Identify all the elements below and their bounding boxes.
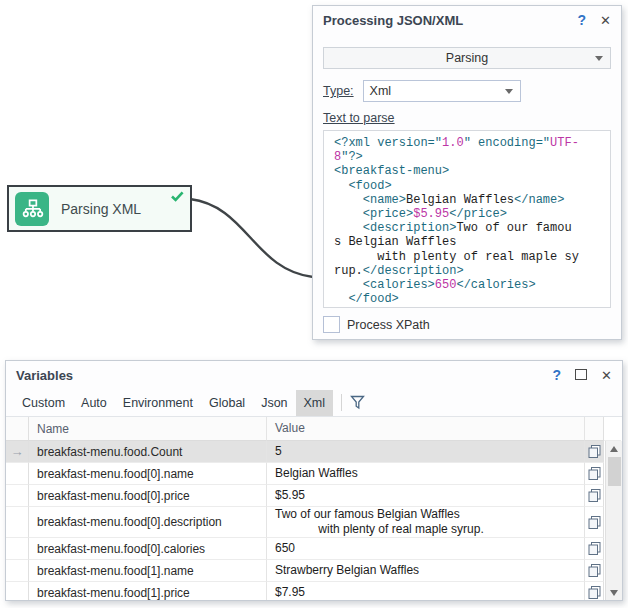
processing-panel-titlebar: Processing JSON/XML ? ✕ <box>313 6 621 34</box>
copy-icon[interactable] <box>585 507 604 538</box>
text-to-parse-input[interactable]: <?xml version="1.0" encoding="UTF-8"?><b… <box>323 130 611 308</box>
xml-code-line: <food> <box>334 179 610 193</box>
workflow-designer: Parsing XML Processing JSON/XML ? ✕ Pars… <box>0 0 628 608</box>
table-row[interactable]: breakfast-menu.food[0].calories650 <box>6 538 622 560</box>
row-pointer <box>6 507 29 538</box>
variables-grid: Name Value →breakfast-menu.food.Count5br… <box>6 417 622 600</box>
header-scroll-spacer <box>604 417 621 441</box>
variable-value[interactable]: Strawberry Belgian Waffles <box>267 560 585 582</box>
row-pointer <box>6 560 29 582</box>
xml-code-line: <breakfast-menu> <box>334 164 610 178</box>
tab-separator <box>341 394 342 411</box>
header-copy-column <box>585 417 604 441</box>
variable-name[interactable]: breakfast-menu.food[0].name <box>29 463 267 485</box>
table-row[interactable]: breakfast-menu.food[1].nameStrawberry Be… <box>6 560 622 582</box>
header-gutter <box>6 417 29 441</box>
variable-name[interactable]: breakfast-menu.food[0].calories <box>29 538 267 560</box>
xml-code-line: <description>Two of our famou <box>334 221 610 235</box>
table-row[interactable]: →breakfast-menu.food.Count5 <box>6 441 622 463</box>
scrollbar-thumb[interactable] <box>608 457 621 486</box>
xml-code-line: <name>Belgian Waffles</name> <box>334 193 610 207</box>
variable-name[interactable]: breakfast-menu.food[1].name <box>29 560 267 582</box>
row-pointer: → <box>6 441 29 463</box>
xml-code-line: rup.</description> <box>334 264 610 278</box>
type-row: Type: Xml <box>323 80 611 102</box>
grid-rows: →breakfast-menu.food.Count5breakfast-men… <box>6 441 622 600</box>
table-row[interactable]: breakfast-menu.food[0].price$5.95 <box>6 485 622 507</box>
copy-icon[interactable] <box>585 485 604 507</box>
type-value: Xml <box>370 84 392 98</box>
copy-icon[interactable] <box>585 463 604 485</box>
tab-auto[interactable]: Auto <box>73 390 115 416</box>
xml-code-line: s Belgian Waffles <box>334 235 610 249</box>
processing-json-xml-panel: Processing JSON/XML ? ✕ Parsing Type: Xm… <box>312 5 622 340</box>
row-pointer <box>6 582 29 600</box>
variable-name[interactable]: breakfast-menu.food[1].price <box>29 582 267 600</box>
row-pointer <box>6 463 29 485</box>
flow-node-parsing-xml[interactable]: Parsing XML <box>7 185 192 232</box>
variable-value[interactable]: Belgian Waffles <box>267 463 585 485</box>
processing-panel-title: Processing JSON/XML <box>323 13 564 28</box>
variable-value[interactable]: 650 <box>267 538 585 560</box>
tab-environment[interactable]: Environment <box>115 390 201 416</box>
variables-panel: Variables ? ✕ CustomAutoEnvironmentGloba… <box>5 360 623 601</box>
xml-code-line: <calories>650</calories> <box>334 278 610 292</box>
grid-header-row: Name Value <box>6 417 622 441</box>
variables-panel-titlebar: Variables ? ✕ <box>6 361 622 389</box>
text-to-parse-label: Text to parse <box>323 111 395 125</box>
variable-value[interactable]: $5.95 <box>267 485 585 507</box>
maximize-icon[interactable] <box>575 369 587 380</box>
tab-custom[interactable]: Custom <box>14 390 73 416</box>
node-label: Parsing XML <box>61 201 141 217</box>
copy-icon[interactable] <box>585 538 604 560</box>
column-header-value[interactable]: Value <box>267 417 585 441</box>
process-xpath-checkbox[interactable] <box>323 316 340 333</box>
copy-icon[interactable] <box>585 560 604 582</box>
variables-tabs: CustomAutoEnvironmentGlobalJsonXml <box>14 389 333 416</box>
tab-xml[interactable]: Xml <box>296 390 334 416</box>
variable-value[interactable]: Two of our famous Belgian Waffles with p… <box>267 507 585 538</box>
chevron-down-icon <box>595 56 603 61</box>
help-button[interactable]: ? <box>553 368 562 382</box>
xml-code-line: 8"?> <box>334 150 610 164</box>
xml-code-line: </food> <box>334 292 610 306</box>
variable-value[interactable]: 5 <box>267 441 585 463</box>
variable-name[interactable]: breakfast-menu.food[0].price <box>29 485 267 507</box>
help-button[interactable]: ? <box>578 13 587 27</box>
xml-code-line: with plenty of real maple sy <box>334 250 610 264</box>
close-button[interactable]: ✕ <box>601 369 612 382</box>
copy-icon[interactable] <box>585 441 604 463</box>
table-row[interactable]: breakfast-menu.food[1].price$7.95 <box>6 582 622 600</box>
type-dropdown[interactable]: Xml <box>363 80 521 102</box>
variable-value[interactable]: $7.95 <box>267 582 585 600</box>
xml-code-line: <?xml version="1.0" encoding="UTF- <box>334 136 610 150</box>
chevron-down-icon <box>505 89 513 94</box>
process-xpath-row: Process XPath <box>323 316 611 333</box>
action-selector-dropdown[interactable]: Parsing <box>323 47 611 69</box>
tab-global[interactable]: Global <box>201 390 253 416</box>
variable-name[interactable]: breakfast-menu.food.Count <box>29 441 267 463</box>
table-row[interactable]: breakfast-menu.food[0].descriptionTwo of… <box>6 507 622 538</box>
column-header-name[interactable]: Name <box>29 417 267 441</box>
xml-code-line: <price>$5.95</price> <box>334 207 610 221</box>
type-label: Type: <box>323 84 354 98</box>
process-xpath-label: Process XPath <box>347 318 430 332</box>
success-check-icon <box>171 191 184 202</box>
vertical-scrollbar[interactable] <box>605 441 622 600</box>
sitemap-icon <box>15 192 49 226</box>
action-selector-value: Parsing <box>324 51 610 65</box>
close-button[interactable]: ✕ <box>600 14 611 27</box>
table-row[interactable]: breakfast-menu.food[0].nameBelgian Waffl… <box>6 463 622 485</box>
copy-icon[interactable] <box>585 582 604 600</box>
variables-tabbar: CustomAutoEnvironmentGlobalJsonXml <box>6 389 622 417</box>
tab-json[interactable]: Json <box>253 390 295 416</box>
row-pointer <box>6 538 29 560</box>
variable-name[interactable]: breakfast-menu.food[0].description <box>29 507 267 538</box>
variables-panel-title: Variables <box>16 368 539 383</box>
scroll-down-icon[interactable] <box>606 585 622 600</box>
processing-panel-body: Parsing Type: Xml Text to parse <?xml ve… <box>313 47 621 333</box>
row-pointer <box>6 485 29 507</box>
filter-icon[interactable] <box>350 395 365 410</box>
scroll-up-icon[interactable] <box>606 441 622 456</box>
